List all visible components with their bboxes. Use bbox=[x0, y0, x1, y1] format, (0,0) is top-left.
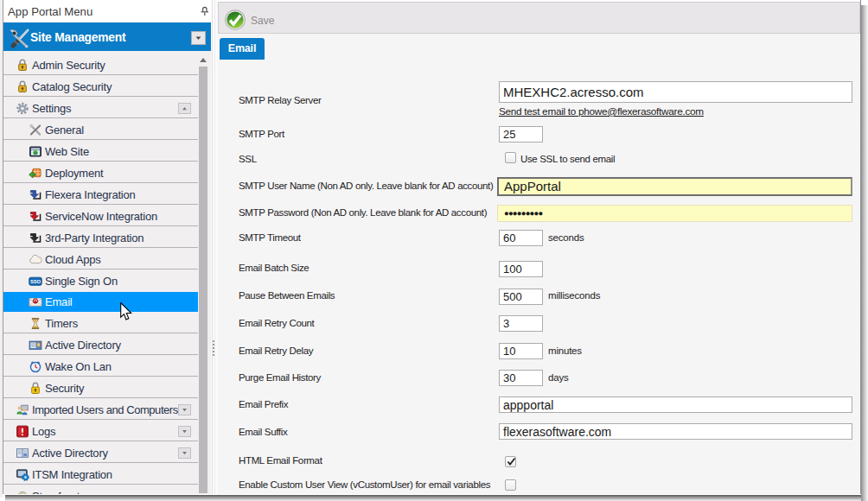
svg-text:SSO: SSO bbox=[30, 278, 41, 283]
